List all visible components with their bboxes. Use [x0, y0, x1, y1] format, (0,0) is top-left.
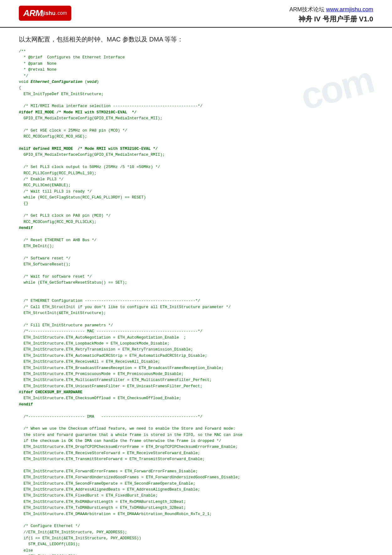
logo-area: ARM jishu .com [19, 6, 71, 21]
logo-box: ARM jishu .com [19, 6, 71, 21]
header-site: ARM技术论坛 www.armjishu.com [289, 6, 373, 13]
header-manual-title: 神舟 IV 号用户手册 V1.0 [289, 14, 373, 24]
header: ARM jishu .com ARM技术论坛 www.armjishu.com … [0, 0, 392, 28]
logo-arm: ARM [23, 8, 42, 18]
logo-dotcom: .com [56, 10, 67, 16]
header-site-label: ARM技术论坛 [289, 6, 325, 13]
header-site-url[interactable]: www.armjishu.com [326, 6, 373, 13]
code-block: /** * @brief Configures the Ethernet Int… [19, 49, 373, 555]
logo-jishu: jishu [42, 10, 56, 17]
main-content: 以太网配置，包括相关的时钟、MAC 参数以及 DMA 等等： /** * @br… [0, 28, 392, 555]
page-container: ARM jishu .com ARM技术论坛 www.armjishu.com … [0, 0, 392, 555]
header-right: ARM技术论坛 www.armjishu.com 神舟 IV 号用户手册 V1.… [289, 6, 373, 24]
section-title: 以太网配置，包括相关的时钟、MAC 参数以及 DMA 等等： [19, 35, 373, 44]
